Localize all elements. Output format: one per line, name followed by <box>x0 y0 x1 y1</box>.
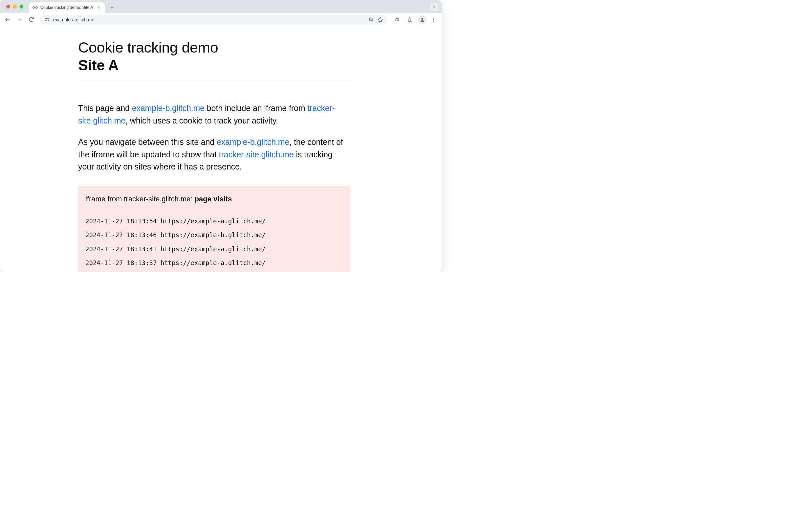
toolbar: example-a.glitch.me <box>0 13 442 26</box>
heading-line1: Cookie tracking demo <box>78 39 218 56</box>
page-heading: Cookie tracking demo Site A <box>78 39 350 74</box>
page-content: Cookie tracking demo Site A This page an… <box>78 26 350 272</box>
new-tab-button[interactable] <box>107 3 116 12</box>
page-viewport: Cookie tracking demo Site A This page an… <box>0 26 442 272</box>
maximize-window-button[interactable] <box>19 5 23 8</box>
link-tracker-site[interactable]: tracker-site.glitch.me <box>219 150 294 159</box>
tab-strip: Cookie tracking demo: Site A <box>0 0 442 13</box>
close-window-button[interactable] <box>6 5 10 8</box>
svg-point-16 <box>421 18 423 19</box>
site-settings-icon[interactable] <box>44 17 50 23</box>
svg-point-7 <box>45 18 46 19</box>
heading-line2: Site A <box>78 56 350 74</box>
reload-button[interactable] <box>26 15 36 25</box>
minimize-window-button[interactable] <box>13 5 17 8</box>
browser-window: Cookie tracking demo: Site A example-a.g… <box>0 0 442 272</box>
back-button[interactable] <box>3 15 12 25</box>
link-example-b[interactable]: example-b.glitch.me <box>217 137 289 147</box>
tab-overflow-button[interactable] <box>430 3 438 11</box>
visit-row: 2024-11-27 18:13:41 https://example-a.gl… <box>85 246 343 253</box>
menu-button[interactable] <box>428 15 439 25</box>
svg-point-9 <box>48 20 49 21</box>
visit-row: 2024-11-27 18:13:54 https://example-a.gl… <box>85 218 343 225</box>
profile-button[interactable] <box>418 16 427 24</box>
zoom-icon[interactable] <box>369 17 374 22</box>
visit-row: 2024-11-27 18:13:46 https://example-b.gl… <box>85 232 343 238</box>
toolbar-right <box>391 15 439 25</box>
forward-button[interactable] <box>15 15 24 25</box>
intro-paragraph-2: As you navigate between this site and ex… <box>78 136 350 173</box>
visit-row: 2024-11-27 18:13:37 https://example-a.gl… <box>85 260 343 266</box>
svg-marker-15 <box>378 17 383 22</box>
svg-point-17 <box>433 18 434 18</box>
svg-point-19 <box>433 21 434 21</box>
link-example-b[interactable]: example-b.glitch.me <box>132 103 205 113</box>
url-text: example-a.glitch.me <box>53 17 365 22</box>
window-controls <box>4 0 29 13</box>
browser-tab[interactable]: Cookie tracking demo: Site A <box>29 2 105 13</box>
bookmark-star-icon[interactable] <box>377 17 383 23</box>
labs-button[interactable] <box>404 15 415 25</box>
close-tab-button[interactable] <box>96 5 102 10</box>
tab-title: Cookie tracking demo: Site A <box>40 5 93 10</box>
svg-point-18 <box>433 19 434 20</box>
extensions-button[interactable] <box>391 15 402 25</box>
tracker-iframe: iframe from tracker-site.glitch.me: page… <box>78 186 350 272</box>
separator <box>416 17 416 23</box>
eye-icon <box>32 5 38 10</box>
svg-point-0 <box>34 7 36 8</box>
iframe-heading: iframe from tracker-site.glitch.me: page… <box>85 195 343 207</box>
heading-divider <box>78 79 350 79</box>
intro-paragraph-1: This page and example-b.glitch.me both i… <box>78 102 350 127</box>
svg-line-12 <box>372 20 373 22</box>
visits-log: 2024-11-27 18:13:54 https://example-a.gl… <box>85 211 343 272</box>
separator <box>403 17 403 23</box>
address-bar[interactable]: example-a.glitch.me <box>40 15 387 25</box>
